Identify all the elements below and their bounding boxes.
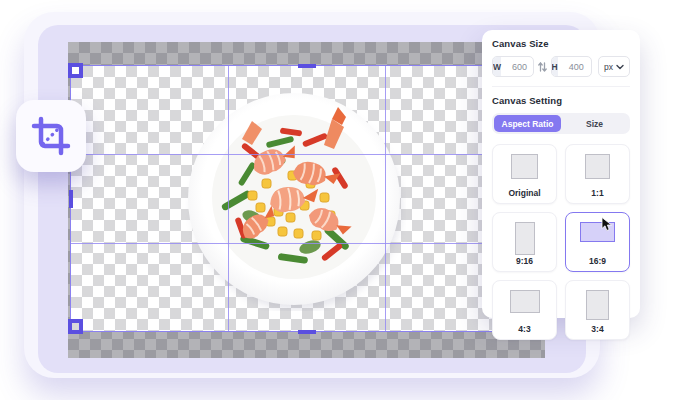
height-input[interactable] bbox=[558, 62, 592, 72]
ratio-label: 4:3 bbox=[518, 324, 530, 334]
ratio-grid: Original 1:1 9:16 16:9 4:3 3:4 bbox=[492, 144, 630, 340]
crop-icon bbox=[30, 115, 72, 157]
ratio-card-16-9[interactable]: 16:9 bbox=[565, 212, 630, 272]
chevron-down-icon bbox=[616, 64, 624, 70]
crop-handle-top-left[interactable] bbox=[68, 63, 83, 78]
tab-size[interactable]: Size bbox=[561, 115, 628, 132]
ratio-card-3-4[interactable]: 3:4 bbox=[565, 280, 630, 340]
ratio-thumb-3-4 bbox=[586, 290, 609, 320]
app-screenshot: Canvas Size W H px bbox=[0, 0, 690, 400]
ratio-card-original[interactable]: Original bbox=[492, 144, 557, 204]
tab-aspect-ratio[interactable]: Aspect Ratio bbox=[494, 115, 561, 132]
canvas-setting-title: Canvas Setting bbox=[492, 95, 630, 106]
unit-value: px bbox=[604, 62, 613, 72]
ratio-thumb-1-1 bbox=[585, 154, 610, 179]
setting-tabs: Aspect Ratio Size bbox=[492, 113, 630, 134]
crop-handle-top-middle[interactable] bbox=[298, 64, 316, 68]
grid-line-vertical-2 bbox=[385, 66, 386, 331]
cursor-arrow-icon bbox=[601, 217, 614, 232]
settings-panel: Canvas Size W H px bbox=[482, 30, 640, 318]
crop-handle-bottom-middle[interactable] bbox=[298, 330, 316, 334]
crop-handle-left-middle[interactable] bbox=[69, 190, 73, 208]
width-field[interactable]: W bbox=[492, 56, 534, 77]
panel-divider bbox=[492, 86, 630, 87]
ratio-label: 9:16 bbox=[516, 256, 533, 266]
ratio-card-9-16[interactable]: 9:16 bbox=[492, 212, 557, 272]
canvas-area bbox=[68, 42, 545, 358]
canvas-size-row: W H px bbox=[492, 56, 630, 77]
ratio-label: 3:4 bbox=[591, 324, 603, 334]
ratio-thumb-original bbox=[511, 154, 538, 179]
crop-handle-bottom-left[interactable] bbox=[68, 319, 83, 334]
swap-dimensions-icon bbox=[538, 61, 547, 73]
crop-region[interactable] bbox=[70, 65, 543, 332]
ratio-label: Original bbox=[508, 188, 540, 198]
width-input[interactable] bbox=[501, 62, 533, 72]
ratio-card-1-1[interactable]: 1:1 bbox=[565, 144, 630, 204]
food-photo bbox=[182, 87, 406, 311]
ratio-thumb-9-16 bbox=[515, 222, 535, 255]
ratio-label: 1:1 bbox=[591, 188, 603, 198]
grid-line-horizontal-2 bbox=[71, 243, 542, 244]
width-label: W bbox=[493, 57, 501, 76]
ratio-card-4-3[interactable]: 4:3 bbox=[492, 280, 557, 340]
ratio-thumb-4-3 bbox=[510, 290, 540, 313]
crop-tool-badge bbox=[16, 100, 86, 172]
swap-dimensions-button[interactable] bbox=[538, 58, 547, 76]
grid-line-vertical-1 bbox=[228, 66, 229, 331]
unit-select[interactable]: px bbox=[598, 56, 630, 77]
ratio-label: 16:9 bbox=[589, 256, 606, 266]
canvas-size-title: Canvas Size bbox=[492, 38, 630, 49]
grid-line-horizontal-1 bbox=[71, 154, 542, 155]
height-field[interactable]: H bbox=[551, 56, 593, 77]
